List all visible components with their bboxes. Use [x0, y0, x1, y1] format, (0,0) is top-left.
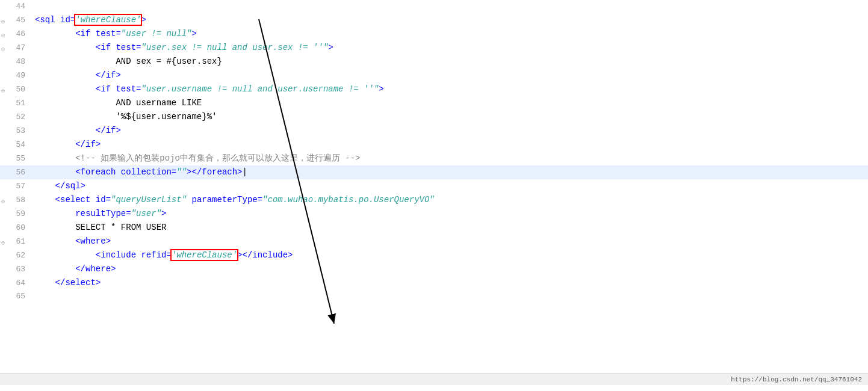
code-line-65: 65 [0, 290, 868, 303]
code-line-49: 49 </if> [0, 69, 868, 82]
attr-test-47: test= [116, 43, 141, 52]
tag-if-47: <if [96, 43, 116, 52]
line-number-51: 51 [2, 97, 33, 110]
code-line-47: ⊖ 47 <if test="user.sex != null and user… [0, 41, 868, 55]
line-content-48: AND sex = #{user.sex} [33, 55, 868, 68]
line-number-57: 57 [2, 180, 33, 193]
line-content-51: AND username LIKE [33, 96, 868, 109]
line-content-46: <if test="user != null"> [33, 27, 868, 40]
line-number-58: ⊖ 58 [2, 194, 33, 207]
status-bar: https://blog.csdn.net/qq_34761042 [0, 373, 868, 385]
line-content-55: <!-- 如果输入的包装pojo中有集合，那么就可以放入这里，进行遍历 --> [33, 152, 868, 165]
line-content-58: <select id="queryUserList" parameterType… [33, 193, 868, 206]
attr-value-where-clause-1: 'whereClause' [75, 15, 141, 25]
line-content-53: </if> [33, 124, 868, 137]
attr-resulttype-59: resultType= [75, 209, 131, 218]
attr-id-value-58: "queryUserList" [111, 195, 187, 205]
attr-resulttype-value-59: "user" [131, 209, 161, 218]
line-number-53: 53 [2, 125, 33, 138]
tag-sql-open-end: > [141, 15, 146, 25]
code-line-51: 51 AND username LIKE [0, 96, 868, 110]
where-clause-value-1: 'whereClause' [75, 15, 141, 25]
line-number-62: 62 [2, 249, 33, 262]
code-line-50: ⊖ 50 <if test="user.username != null and… [0, 82, 868, 96]
line-number-48: 48 [2, 55, 33, 69]
tag-where-close-63: </where> [75, 264, 116, 274]
line-content-47: <if test="user.sex != null and user.sex … [33, 41, 868, 54]
line-content-61: <where> [33, 235, 868, 248]
attr-test-50: test= [116, 84, 141, 94]
code-line-60: 60 SELECT * FROM USER [0, 221, 868, 235]
code-line-53: 53 </if> [0, 124, 868, 138]
line-content-50: <if test="user.username != null and user… [33, 82, 868, 96]
attr-id-58: id= [96, 195, 111, 205]
code-line-59: 59 resultType="user"> [0, 207, 868, 221]
line-content-52: '%${user.username}%' [33, 110, 868, 123]
tag-if-46-end: > [191, 29, 196, 38]
attr-collection-value-56: "" [176, 167, 187, 177]
attr-value-where-clause-2: 'whereClause' [172, 250, 237, 260]
line-number-50: ⊖ 50 [2, 83, 33, 96]
code-line-46: ⊖ 46 <if test="user != null"> [0, 27, 868, 41]
line-content-64: </select> [33, 276, 868, 289]
tag-select-close-64: </select> [55, 278, 101, 288]
line-content-63: </where> [33, 262, 868, 276]
line-content-57: </sql> [33, 179, 868, 192]
tag-include-62: <include [96, 250, 141, 260]
attr-paramtype-value-58: "com.wuhao.mybatis.po.UserQueryVO" [262, 195, 435, 205]
line-number-47: ⊖ 47 [2, 42, 33, 55]
attr-test-value-47: "user.sex != null and user.sex != ''" [141, 43, 328, 52]
line-number-49: 49 [2, 69, 33, 82]
code-line-57: 57 </sql> [0, 179, 868, 193]
line-number-45: ⊖ 45 [2, 14, 33, 27]
line-content-62: <include refid='whereClause'></include> [33, 248, 868, 262]
line-number-64: 64 [2, 277, 33, 290]
tag-foreach-56: <foreach [75, 167, 121, 177]
line-number-44: 44 [2, 0, 33, 13]
line-number-59: 59 [2, 208, 33, 221]
attr-test-value-50: "user.username != null and user.username… [141, 84, 379, 94]
code-line-64: 64 </select> [0, 276, 868, 290]
line-number-46: ⊖ 46 [2, 28, 33, 41]
tag-if-50-end: > [379, 84, 383, 94]
tag-select-58: <select [55, 195, 96, 205]
tag-sql-close-57: </sql> [55, 181, 85, 191]
tag-foreach-close-56: ></foreach> [187, 167, 242, 177]
code-line-54: 54 </if> [0, 138, 868, 152]
code-line-63: 63 </where> [0, 262, 868, 276]
line-content-59: resultType="user"> [33, 207, 868, 220]
line-number-52: 52 [2, 111, 33, 124]
code-line-52: 52 '%${user.username}%' [0, 110, 868, 124]
code-line-56: 56 <foreach collection=""></foreach>| [0, 165, 868, 179]
line-number-60: 60 [2, 221, 33, 235]
code-line-62: 62 <include refid='whereClause'></includ… [0, 248, 868, 262]
code-line-48: 48 AND sex = #{user.sex} [0, 55, 868, 69]
tag-endif-53: </if> [96, 126, 121, 135]
line-number-54: 54 [2, 138, 33, 152]
line-number-56: 56 [2, 166, 33, 179]
status-url: https://blog.csdn.net/qq_34761042 [731, 376, 862, 383]
line-content-56: <foreach collection=""></foreach>| [33, 165, 868, 179]
line-content-45: <sql id='whereClause'> [33, 13, 868, 26]
code-line-55: 55 <!-- 如果输入的包装pojo中有集合，那么就可以放入这里，进行遍历 -… [0, 152, 868, 165]
where-clause-value-2: 'whereClause' [172, 250, 237, 260]
tag-if-47-end: > [328, 43, 333, 52]
tag-if-46: <if [75, 29, 96, 38]
attr-collection-56: collection= [121, 167, 176, 177]
line-number-61: ⊖ 61 [2, 235, 33, 248]
tag-endif-49: </if> [96, 70, 121, 80]
attr-test-value-46: "user != null" [121, 29, 192, 38]
line-content-54: </if> [33, 138, 868, 151]
code-line-61: ⊖ 61 <where> [0, 235, 868, 248]
comment-55: <!-- 如果输入的包装pojo中有集合，那么就可以放入这里，进行遍历 --> [75, 153, 360, 163]
attr-refid-62: refid= [141, 250, 171, 260]
line-number-55: 55 [2, 152, 33, 165]
code-line-44: 44 [0, 0, 868, 13]
attr-paramtype-58: parameterType= [191, 195, 262, 205]
tag-include-close-62: ></include> [237, 250, 293, 260]
tag-sql-open: <sql [35, 15, 60, 25]
tag-endif-54: </if> [75, 140, 101, 149]
attr-id: id= [60, 15, 75, 25]
line-content-49: </if> [33, 69, 868, 82]
attr-test-46: test= [96, 29, 121, 38]
